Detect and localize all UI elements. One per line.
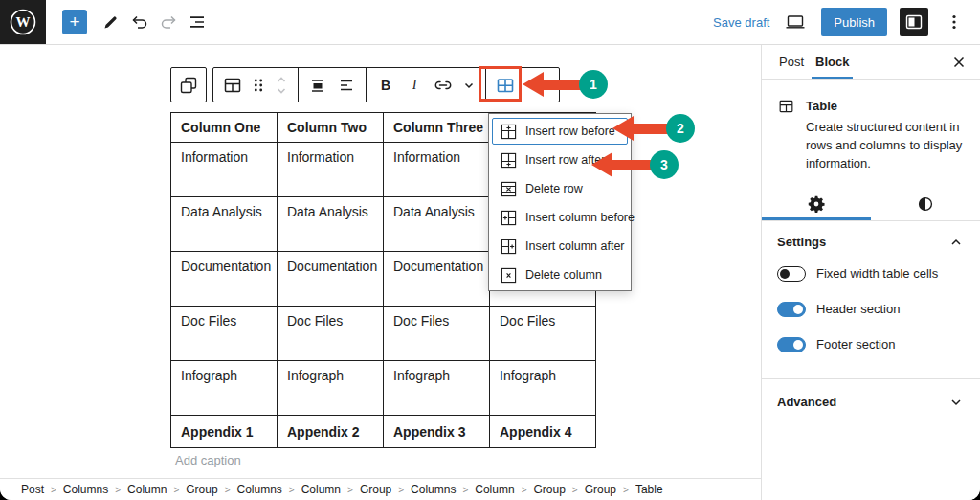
wordpress-logo[interactable]: W [0,0,46,44]
menu-item-insert-column-after[interactable]: Insert column after [489,232,631,261]
drag-dots-icon [250,76,267,95]
breadcrumb-item[interactable]: Column [301,483,341,496]
block-toolbar-align-group [299,68,367,102]
bold-button[interactable]: B [372,72,399,99]
tab-block[interactable]: Block [810,45,855,79]
menu-item-insert-row-before[interactable]: Insert row before [489,117,631,146]
breadcrumb-item[interactable]: Group [533,483,565,496]
breadcrumb-item[interactable]: Columns [63,483,108,496]
breadcrumb-separator: > [173,485,179,495]
breadcrumb-item[interactable]: Column [127,483,167,496]
breadcrumb-item[interactable]: Table [635,483,663,496]
settings-panel-header[interactable]: Settings [777,234,965,251]
more-formats-button[interactable] [458,72,479,99]
menu-item-delete-row[interactable]: Delete row [489,174,631,203]
table-cell[interactable]: Doc Files [278,307,384,361]
list-view-button[interactable] [184,9,211,35]
table-cell[interactable]: Infograph [171,361,278,416]
block-inserter-button[interactable]: + [62,10,87,34]
block-toolbar: B I [212,67,560,102]
redo-button[interactable] [155,9,182,35]
annotation-arrow-3-shaft [611,160,652,170]
vertical-align-button[interactable] [304,72,331,99]
options-menu-button[interactable] [941,9,968,35]
delete-row-icon [501,181,517,197]
edit-table-button[interactable] [492,72,519,99]
vertical-align-icon [307,75,328,96]
table-block-icon [777,95,795,118]
tab-settings-gear[interactable] [762,189,871,220]
preview-button[interactable] [782,9,809,35]
table-header-cell[interactable]: Column One [171,113,278,143]
header-section-toggle[interactable] [777,302,806,317]
text-align-button[interactable] [333,72,360,99]
table-caption-input[interactable]: Add caption [175,453,241,467]
table-cell[interactable]: Infograph [490,361,596,416]
undo-button[interactable] [126,9,153,35]
settings-panel: Settings Fixed width table cells Header … [762,221,980,378]
annotation-arrow-1 [523,72,544,97]
chevron-down-icon [947,394,965,411]
advanced-panel-header[interactable]: Advanced [762,378,980,425]
table-cell[interactable]: Infograph [384,361,490,416]
table-header-cell[interactable]: Column Three [384,113,490,143]
table-cell[interactable]: Doc Files [490,307,596,361]
menu-item-delete-column[interactable]: Delete column [489,261,631,289]
editor-canvas: B I [0,45,761,478]
breadcrumb-item[interactable]: Group [585,483,616,496]
table-cell[interactable]: Information [278,143,384,197]
table-cell[interactable]: Documentation [278,252,384,307]
menu-item-insert-column-before[interactable]: Insert column before [489,203,631,232]
select-parent-block-button[interactable] [175,72,202,99]
edit-table-icon [495,75,516,96]
breadcrumb-item[interactable]: Post [21,483,44,496]
fixed-width-toggle[interactable] [777,266,806,282]
tab-styles-contrast[interactable] [871,189,980,220]
block-mover[interactable] [271,72,292,99]
sidebar-icon-tabs [762,189,980,221]
table-cell[interactable]: Information [384,143,490,197]
tab-post[interactable]: Post [773,45,810,79]
breadcrumb-item[interactable]: Group [186,483,217,496]
publish-button[interactable]: Publish [821,8,887,36]
breadcrumb-item[interactable]: Group [360,483,391,496]
wordpress-icon: W [8,7,38,37]
table-cell[interactable]: Data Analysis [278,197,384,252]
table-cell[interactable]: Data Analysis [384,197,490,252]
ellipsis-icon [945,12,964,32]
table-footer-cell[interactable]: Appendix 3 [384,416,490,448]
table-cell[interactable]: Doc Files [384,307,490,361]
edit-mode-button[interactable] [98,9,124,35]
table-block-type-button[interactable] [219,72,246,99]
italic-button[interactable]: I [401,72,428,99]
table-footer-row: Appendix 1 Appendix 2 Appendix 3 Appendi… [171,416,596,448]
table-footer-cell[interactable]: Appendix 4 [490,416,596,448]
list-view-icon [187,11,208,33]
table-footer-cell[interactable]: Appendix 2 [278,416,384,448]
settings-sidebar-toggle[interactable] [900,8,928,36]
table-cell[interactable]: Information [171,143,278,197]
drag-handle[interactable] [248,72,269,99]
close-sidebar-button[interactable] [946,49,972,76]
table-cell[interactable]: Documentation [171,252,278,307]
annotation-badge-1: 1 [579,70,608,99]
footer-section-toggle[interactable] [777,337,806,352]
redo-icon [158,11,179,33]
toggle-row-footer-section: Footer section [777,337,965,352]
table-cell[interactable]: Infograph [278,361,384,416]
table-cell[interactable]: Data Analysis [171,197,278,252]
breadcrumb-item[interactable]: Columns [236,483,281,496]
save-draft-button[interactable]: Save draft [713,15,769,30]
table-header-cell[interactable]: Column Two [278,113,384,143]
breadcrumb-item[interactable]: Columns [411,483,456,496]
sidebar-panel-icon [903,11,924,33]
table-cell[interactable]: Doc Files [171,307,278,361]
breadcrumb-item[interactable]: Column [475,483,514,496]
block-title: Table [806,99,965,113]
table-cell[interactable]: Documentation [384,252,490,307]
block-toolbar-table-edit-group [486,68,524,102]
edit-table-menu: Insert row before Insert row after Delet… [488,113,632,291]
insert-row-before-icon [501,124,517,140]
link-button[interactable] [430,72,457,99]
table-footer-cell[interactable]: Appendix 1 [171,416,278,448]
